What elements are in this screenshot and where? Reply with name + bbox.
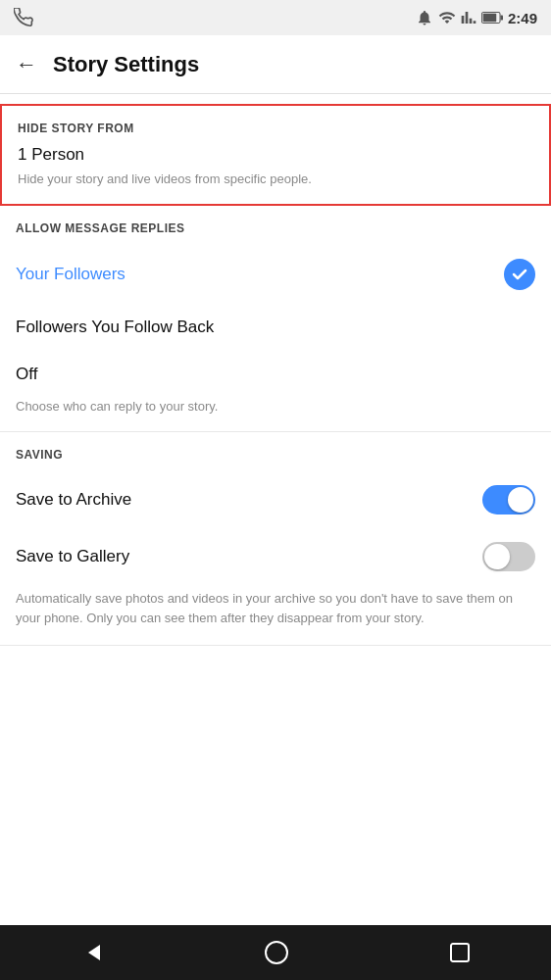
nav-back-button[interactable]: [80, 941, 104, 964]
hide-story-section[interactable]: HIDE STORY FROM 1 Person Hide your story…: [0, 104, 551, 206]
hide-story-title: HIDE STORY FROM: [18, 122, 533, 135]
hide-story-value: 1 Person: [18, 145, 533, 165]
save-archive-toggle[interactable]: [482, 485, 535, 514]
save-archive-thumb: [508, 487, 533, 513]
checkmark-circle: [504, 259, 535, 290]
saving-title: SAVING: [16, 448, 535, 462]
reply-option-label-2: Off: [16, 365, 37, 384]
svg-rect-1: [500, 15, 503, 20]
phone-icon: [14, 8, 33, 27]
save-archive-label: Save to Archive: [16, 490, 131, 510]
svg-point-4: [266, 942, 287, 963]
nav-home-button[interactable]: [264, 940, 289, 965]
save-gallery-label: Save to Gallery: [16, 547, 129, 566]
reply-options: Your Followers Followers You Follow Back…: [16, 245, 535, 431]
page-title: Story Settings: [53, 52, 199, 77]
saving-desc: Automatically save photos and videos in …: [16, 585, 535, 645]
reply-option-label-1: Followers You Follow Back: [16, 318, 214, 337]
check-icon: [511, 266, 528, 283]
nav-recent-icon: [449, 942, 471, 963]
allow-replies-title: ALLOW MESSAGE REPLIES: [16, 221, 535, 235]
svg-marker-3: [88, 945, 100, 960]
svg-rect-2: [483, 14, 497, 22]
battery-icon: [481, 11, 503, 24]
save-gallery-thumb: [484, 544, 510, 569]
save-gallery-row: Save to Gallery: [16, 528, 535, 585]
reply-option-label-0: Your Followers: [16, 265, 125, 284]
nav-recent-button[interactable]: [449, 942, 471, 963]
signal-icon: [461, 10, 476, 25]
content: HIDE STORY FROM 1 Person Hide your story…: [0, 94, 551, 925]
reply-option-0[interactable]: Your Followers: [16, 245, 535, 304]
hide-story-desc: Hide your story and live videos from spe…: [18, 171, 533, 188]
saving-section: SAVING Save to Archive Save to Gallery A…: [0, 432, 551, 646]
svg-rect-5: [451, 944, 469, 961]
save-archive-row: Save to Archive: [16, 471, 535, 528]
nav-bar: [0, 925, 551, 980]
top-bar: ← Story Settings: [0, 35, 551, 94]
reply-option-2[interactable]: Off: [16, 351, 535, 398]
status-time: 2:49: [508, 10, 537, 26]
reply-desc: Choose who can reply to your story.: [16, 398, 535, 431]
status-bar: 2:49: [0, 0, 551, 35]
reply-option-1[interactable]: Followers You Follow Back: [16, 304, 535, 351]
status-bar-left: [14, 8, 33, 27]
save-gallery-toggle[interactable]: [482, 542, 535, 571]
nav-home-icon: [264, 940, 289, 965]
back-button[interactable]: ←: [16, 52, 37, 77]
status-bar-right: 2:49: [416, 9, 537, 26]
allow-replies-section: ALLOW MESSAGE REPLIES Your Followers Fol…: [0, 206, 551, 432]
wifi-icon: [438, 9, 456, 26]
nav-back-icon: [80, 941, 104, 964]
alarm-icon: [416, 9, 433, 26]
